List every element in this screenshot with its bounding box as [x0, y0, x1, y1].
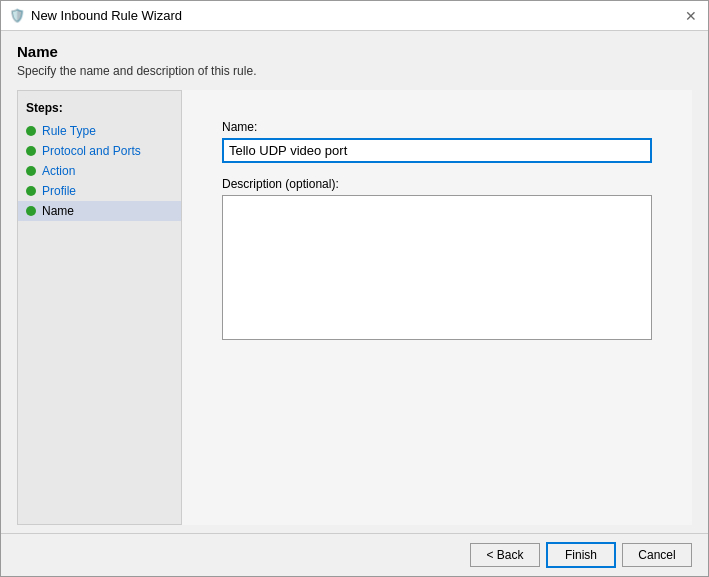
app-icon: 🛡️	[9, 8, 25, 24]
page-subtitle: Specify the name and description of this…	[17, 64, 692, 78]
sidebar-label-profile: Profile	[42, 184, 76, 198]
sidebar-item-name[interactable]: Name	[18, 201, 181, 221]
step-dot-protocol-ports	[26, 146, 36, 156]
footer: < Back Finish Cancel	[1, 533, 708, 576]
desc-label: Description (optional):	[222, 177, 652, 191]
sidebar-label-name: Name	[42, 204, 74, 218]
title-bar: 🛡️ New Inbound Rule Wizard ✕	[1, 1, 708, 31]
desc-textarea[interactable]	[222, 195, 652, 340]
name-label: Name:	[222, 120, 652, 134]
step-dot-profile	[26, 186, 36, 196]
sidebar-label-rule-type: Rule Type	[42, 124, 96, 138]
step-dot-rule-type	[26, 126, 36, 136]
steps-sidebar: Steps: Rule Type Protocol and Ports Acti…	[17, 90, 182, 525]
sidebar-item-action[interactable]: Action	[18, 161, 181, 181]
sidebar-label-protocol-ports: Protocol and Ports	[42, 144, 141, 158]
sidebar-label-action: Action	[42, 164, 75, 178]
sidebar-item-profile[interactable]: Profile	[18, 181, 181, 201]
sidebar-item-rule-type[interactable]: Rule Type	[18, 121, 181, 141]
step-dot-action	[26, 166, 36, 176]
steps-label: Steps:	[18, 99, 181, 121]
step-dot-name	[26, 206, 36, 216]
desc-group: Description (optional):	[222, 177, 652, 340]
wizard-window: 🛡️ New Inbound Rule Wizard ✕ Name Specif…	[0, 0, 709, 577]
content-area: Name Specify the name and description of…	[1, 31, 708, 533]
sidebar-item-protocol-ports[interactable]: Protocol and Ports	[18, 141, 181, 161]
main-area: Steps: Rule Type Protocol and Ports Acti…	[17, 90, 692, 525]
name-input[interactable]	[222, 138, 652, 163]
window-title: New Inbound Rule Wizard	[31, 8, 182, 23]
back-button[interactable]: < Back	[470, 543, 540, 567]
page-title: Name	[17, 43, 692, 60]
form-area: Name: Description (optional):	[182, 90, 692, 525]
title-bar-left: 🛡️ New Inbound Rule Wizard	[9, 8, 182, 24]
close-button[interactable]: ✕	[682, 7, 700, 25]
name-group: Name:	[222, 120, 652, 163]
cancel-button[interactable]: Cancel	[622, 543, 692, 567]
finish-button[interactable]: Finish	[546, 542, 616, 568]
